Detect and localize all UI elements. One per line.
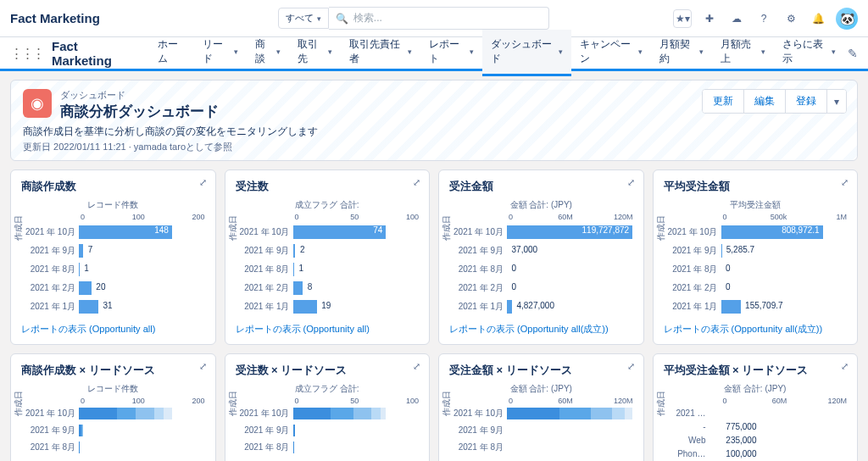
dashboard-header: ◉ ダッシュボード 商談分析ダッシュボード 商談作成日を基準に分析し商談の質の変…: [10, 80, 858, 161]
card-title: 商談作成数 × リードソース: [21, 363, 205, 378]
bar-row: 2021 年 9月2: [236, 242, 420, 260]
search-icon: 🔍: [336, 13, 348, 25]
bar-row: 2021 年 8月0: [664, 260, 848, 279]
subscribe-button[interactable]: 登録: [786, 90, 827, 113]
expand-icon[interactable]: ⤢: [199, 177, 207, 188]
view-report-link[interactable]: レポートの表示 (Opportunity all): [21, 323, 155, 336]
bar-row: 2021 年 1月31: [21, 297, 205, 316]
dashboard-card-c3: 受注金額⤢金額 合計: (JPY)060M120M作成日2021 年 10月11…: [438, 169, 644, 345]
chevron-down-icon: ▾: [559, 47, 563, 56]
stacked-row: 2021 年 10月: [21, 405, 205, 422]
expand-icon[interactable]: ⤢: [199, 361, 207, 372]
org-name: Fact Marketing: [10, 11, 100, 25]
app-nav: ⋮⋮⋮ Fact Marketing ホームリード▾商談▾取引先▾取引先責任者▾…: [0, 37, 868, 71]
card-title: 受注数: [236, 179, 420, 194]
dashboard-icon: ◉: [23, 89, 52, 118]
nav-tab-6[interactable]: ダッシュボード▾: [482, 30, 571, 76]
view-report-link[interactable]: レポートの表示 (Opportunity all(成立)): [664, 323, 823, 336]
nav-tab-8[interactable]: 月額契約▾: [651, 30, 712, 76]
bar-row: 2021 年 10月808,972.1: [664, 223, 848, 242]
card-title: 平均受注金額: [664, 179, 848, 194]
app-launcher-icon[interactable]: ⋮⋮⋮: [10, 46, 43, 61]
stacked-row: 2021 年 8月: [21, 439, 205, 456]
dashboard-last-updated: 更新日 2022/01/11 11:21 · yamada taroとして参照: [23, 141, 845, 153]
chevron-down-icon: ▾: [638, 47, 643, 56]
help-icon[interactable]: ?: [754, 9, 773, 28]
view-report-link[interactable]: レポートの表示 (Opportunity all(成立)): [449, 323, 609, 336]
app-name: Fact Marketing: [52, 39, 136, 68]
dashboard-card-c4: 平均受注金額⤢平均受注金額0500k1M作成日2021 年 10月808,972…: [653, 169, 859, 345]
chevron-down-icon: ▾: [699, 47, 704, 56]
add-icon[interactable]: ✚: [700, 9, 719, 28]
salesforce-icon[interactable]: ☁: [727, 9, 746, 28]
stacked-row: 2021 年 9月: [236, 422, 420, 439]
header-subtype: ダッシュボード: [60, 89, 219, 102]
setup-gear-icon[interactable]: ⚙: [782, 9, 800, 28]
view-report-link[interactable]: レポートの表示 (Opportunity all): [236, 323, 370, 336]
dashboard-title: 商談分析ダッシュボード: [60, 102, 219, 121]
dashboard-card-c1: 商談作成数⤢レコード件数0100200作成日2021 年 10月1482021 …: [10, 169, 216, 345]
bar-row: 2021 年 10月119,727,872: [449, 223, 633, 242]
nav-tab-10[interactable]: さらに表示▾: [774, 30, 844, 76]
global-search-input[interactable]: 🔍 検索...: [329, 7, 549, 30]
user-avatar[interactable]: 🐼: [836, 8, 858, 30]
bar-row: 2021 年 2月0: [449, 279, 633, 297]
expand-icon[interactable]: ⤢: [841, 177, 849, 188]
stacked-row: 2021 年 10月: [449, 405, 633, 422]
card-title: 受注数 × リードソース: [236, 363, 420, 378]
chevron-down-icon: ▾: [408, 47, 412, 56]
refresh-button[interactable]: 更新: [703, 90, 744, 113]
bar-row: 2021 年 2月8: [236, 279, 420, 297]
card-title: 平均受注金額 × リードソース: [664, 363, 848, 378]
nav-tab-3[interactable]: 取引先▾: [289, 30, 341, 76]
stacked-row: 2021 年 8月: [236, 439, 420, 456]
bar-row: 2021 年 8月1: [236, 260, 420, 279]
dashboard-card-c8: 平均受注金額 × リードソース⤢金額 合計: (JPY)060M120M作成日2…: [653, 353, 859, 461]
notification-bell-icon[interactable]: 🔔: [809, 9, 827, 28]
nav-tab-1[interactable]: リード▾: [194, 30, 246, 76]
chevron-down-icon: ▾: [470, 47, 474, 56]
bar-row: 2021 年 1月19: [236, 297, 420, 316]
header-utility-icons: ★▾ ✚ ☁ ? ⚙ 🔔 🐼: [673, 8, 858, 30]
favorite-icon[interactable]: ★▾: [673, 9, 692, 28]
nav-tab-4[interactable]: 取引先責任者▾: [341, 30, 420, 76]
dashboard-card-c5: 商談作成数 × リードソース⤢レコード件数0100200作成日2021 年 10…: [10, 353, 216, 461]
more-actions-button[interactable]: ▾: [827, 90, 846, 113]
nav-tab-7[interactable]: キャンペーン▾: [571, 30, 651, 76]
expand-icon[interactable]: ⤢: [841, 361, 849, 372]
expand-icon[interactable]: ⤢: [627, 177, 635, 188]
expand-icon[interactable]: ⤢: [627, 361, 635, 372]
chevron-down-icon: ▾: [761, 47, 765, 56]
expand-icon[interactable]: ⤢: [413, 177, 420, 188]
bar-row: 2021 年 1月155,709.7: [664, 297, 848, 316]
card-title: 受注金額: [449, 179, 633, 194]
stacked-row: 2021 年 10月: [236, 405, 420, 422]
nav-tab-0[interactable]: ホーム: [149, 30, 194, 76]
stacked-row: 2021 年 9月: [21, 422, 205, 439]
stacked-row: 2021 年 9月: [449, 422, 633, 439]
card-title: 受注金額 × リードソース: [449, 363, 633, 378]
bar-row: 2021 年 9月5,285.7: [664, 242, 848, 260]
bar-row: 2021 年 8月0: [449, 260, 633, 279]
search-scope-dropdown[interactable]: すべて: [278, 8, 329, 29]
dashboard-description: 商談作成日を基準に分析し商談の質の変化をモニタリングします: [23, 125, 845, 139]
stacked-row: 2021 年 8月: [449, 439, 633, 456]
bar-row: 2021 年 10月74: [236, 223, 420, 242]
edit-pencil-icon[interactable]: ✎: [848, 47, 858, 60]
chevron-down-icon: ▾: [832, 47, 836, 56]
nav-tab-2[interactable]: 商談▾: [247, 30, 289, 76]
bar-row: 2021 年 9月7: [21, 242, 205, 260]
dashboard-card-c6: 受注数 × リードソース⤢成立フラグ 合計:050100作成日2021 年 10…: [225, 353, 431, 461]
bar-row: 2021 年 2月20: [21, 279, 205, 297]
bar-row: 2021 年 1月4,827,000: [449, 297, 633, 316]
expand-icon[interactable]: ⤢: [413, 361, 420, 372]
nav-tab-9[interactable]: 月額売上▾: [712, 30, 773, 76]
card-title: 商談作成数: [21, 179, 205, 194]
dashboard-card-c7: 受注金額 × リードソース⤢金額 合計: (JPY)060M120M作成日202…: [438, 353, 644, 461]
chevron-down-icon: ▾: [234, 47, 238, 56]
bar-row: 2021 年 10月148: [21, 223, 205, 242]
edit-button[interactable]: 編集: [744, 90, 786, 113]
chevron-down-icon: ▾: [276, 47, 281, 56]
nav-tab-5[interactable]: レポート▾: [420, 30, 481, 76]
dashboard-card-c2: 受注数⤢成立フラグ 合計:050100作成日2021 年 10月742021 年…: [225, 169, 431, 345]
